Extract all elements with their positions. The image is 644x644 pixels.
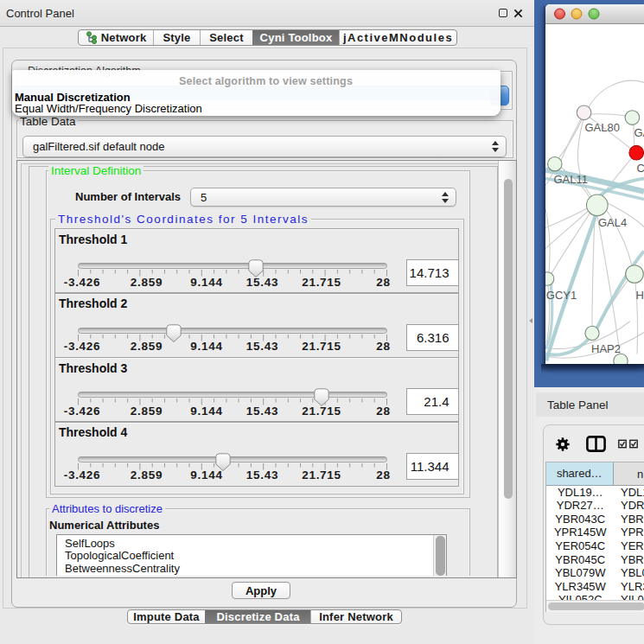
svg-text:GA: GA [634, 126, 644, 139]
svg-text:CR: CR [637, 162, 644, 175]
svg-text:H: H [636, 289, 644, 302]
svg-text:HAP2: HAP2 [591, 342, 621, 355]
svg-text:GCY1: GCY1 [546, 289, 577, 302]
svg-text:GAL4: GAL4 [598, 216, 627, 229]
svg-text:GAL11: GAL11 [554, 173, 589, 186]
svg-text:GAL80: GAL80 [585, 121, 620, 134]
